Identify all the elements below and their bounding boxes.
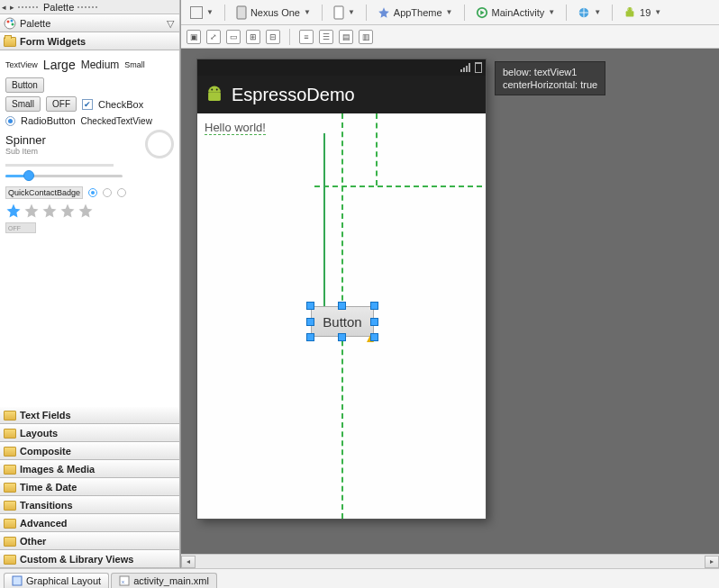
svg-point-11 xyxy=(631,8,632,9)
scroll-left-icon[interactable]: ◂ xyxy=(181,556,196,568)
progress-circle-icon[interactable] xyxy=(145,130,174,158)
cat-custom-library[interactable]: Custom & Library Views xyxy=(0,550,179,568)
widget-off-button[interactable]: OFF xyxy=(46,96,77,112)
cat-label: Other xyxy=(20,536,46,547)
svg-rect-12 xyxy=(208,92,221,101)
cat-label: Layouts xyxy=(20,428,58,439)
checkbox-label[interactable]: CheckBox xyxy=(98,99,143,110)
cat-images-media[interactable]: Images & Media xyxy=(0,460,179,478)
cat-other[interactable]: Other xyxy=(0,532,179,550)
cat-transitions[interactable]: Transitions xyxy=(0,496,179,514)
textview-tiny[interactable]: TextView xyxy=(5,60,38,69)
align-button[interactable]: ≡ xyxy=(299,30,314,44)
hello-textview[interactable]: Hello world! xyxy=(205,121,266,134)
spinner-row[interactable]: Spinner Sub Item xyxy=(5,130,174,158)
svg-text:x: x xyxy=(122,579,124,584)
locale-selector[interactable]: ▼ xyxy=(574,5,605,21)
zoom-actual-button[interactable]: ▭ xyxy=(226,30,241,44)
tab-label: activity_main.xml xyxy=(133,575,209,586)
spinner-sub: Sub Item xyxy=(5,147,46,156)
radio-icon[interactable] xyxy=(5,116,15,126)
svg-rect-4 xyxy=(237,6,246,19)
cat-advanced[interactable]: Advanced xyxy=(0,514,179,532)
chevron-down-icon: ▼ xyxy=(654,8,661,16)
quickcontactbadge[interactable]: QuickContactBadge xyxy=(5,186,83,199)
textview-large[interactable]: Large xyxy=(43,58,76,72)
collapse-right-icon[interactable]: ▸ xyxy=(10,3,14,12)
activity-name: MainActivity xyxy=(492,7,545,18)
seekbar-widget[interactable] xyxy=(5,168,123,183)
svg-point-1 xyxy=(7,21,10,23)
svg-point-13 xyxy=(211,89,213,91)
tab-graphical-layout[interactable]: Graphical Layout xyxy=(4,573,109,588)
arrange2-button[interactable]: ▥ xyxy=(359,30,373,44)
device-selector[interactable]: Nexus One ▼ xyxy=(232,4,314,22)
editor-tabs: Graphical Layout x activity_main.xml xyxy=(0,568,719,588)
progressbar-widget[interactable] xyxy=(5,164,114,167)
textview-small[interactable]: Small xyxy=(124,60,145,69)
folder-icon xyxy=(4,465,16,475)
folder-icon xyxy=(4,411,16,421)
widget-small-button[interactable]: Small xyxy=(5,96,41,112)
api-selector[interactable]: 19 ▼ xyxy=(620,5,665,21)
radio-dot[interactable] xyxy=(117,188,126,197)
device-frame[interactable]: EspressoDemo Hello world! Button xyxy=(197,59,486,519)
spinner-label: Spinner xyxy=(5,133,46,147)
arrange-button[interactable]: ▤ xyxy=(339,30,353,44)
widget-button[interactable]: Button xyxy=(5,77,44,93)
button-text: Button xyxy=(323,314,361,330)
render-config-button[interactable]: ▼ xyxy=(187,5,217,21)
guide-horizontal xyxy=(314,185,482,187)
toggle-viewport-button[interactable]: ▣ xyxy=(187,30,201,44)
checked-textview[interactable]: CheckedTextView xyxy=(81,116,152,126)
palette-header-label: Palette xyxy=(20,18,50,29)
horizontal-scrollbar[interactable]: ◂ ▸ xyxy=(181,554,719,568)
checkbox-icon[interactable]: ✔ xyxy=(82,99,93,110)
cat-layouts[interactable]: Layouts xyxy=(0,424,179,442)
cat-time-date[interactable]: Time & Date xyxy=(0,478,179,496)
folder-open-icon xyxy=(4,37,16,47)
switch-widget[interactable]: OFF xyxy=(5,222,36,233)
textview-row[interactable]: TextView Large Medium Small Button xyxy=(5,58,174,93)
canvas[interactable]: EspressoDemo Hello world! Button xyxy=(181,49,719,554)
collapse-left-icon[interactable]: ◂ xyxy=(2,3,6,12)
android-icon xyxy=(623,6,636,19)
tab-xml-source[interactable]: x activity_main.xml xyxy=(111,573,217,588)
folder-icon xyxy=(4,555,16,565)
status-bar xyxy=(197,59,486,76)
chevron-down-icon[interactable]: ▽ xyxy=(165,18,176,30)
selected-button-widget[interactable]: Button xyxy=(311,306,374,337)
theme-selector[interactable]: AppTheme ▼ xyxy=(374,5,457,21)
svg-rect-8 xyxy=(626,11,634,16)
distribute-button[interactable]: ☰ xyxy=(319,30,333,44)
xml-file-icon: x xyxy=(119,575,130,586)
zoom-in-button[interactable]: ⊞ xyxy=(246,30,260,44)
radio-dot[interactable] xyxy=(103,188,112,197)
android-icon xyxy=(205,85,224,104)
radio-dot-selected[interactable] xyxy=(88,188,97,197)
grip-lines-icon xyxy=(77,6,99,8)
orientation-selector[interactable]: ▼ xyxy=(330,4,359,22)
radio-label[interactable]: RadioButton xyxy=(21,115,76,126)
phone-icon xyxy=(236,5,247,20)
zoom-fit-button[interactable]: ⤢ xyxy=(206,30,221,44)
star-icon xyxy=(5,203,22,219)
activity-selector[interactable]: MainActivity ▼ xyxy=(472,5,560,21)
ratingbar-widget[interactable] xyxy=(5,203,174,219)
layout-content[interactable]: Hello world! Button xyxy=(197,113,486,519)
cat-form-widgets[interactable]: Form Widgets xyxy=(0,32,179,50)
svg-rect-5 xyxy=(334,6,343,19)
zoom-out-button[interactable]: ⊟ xyxy=(266,30,280,44)
tooltip-line2: centerHorizontal: true xyxy=(503,78,597,91)
cat-text-fields[interactable]: Text Fields xyxy=(0,406,179,424)
svg-point-2 xyxy=(11,20,14,23)
star-icon xyxy=(77,203,94,219)
cat-composite[interactable]: Composite xyxy=(0,442,179,460)
palette-header[interactable]: Palette ▽ xyxy=(0,14,179,32)
cat-label: Composite xyxy=(20,446,71,457)
palette-icon xyxy=(4,17,16,30)
palette-titlebar: ◂ ▸ Palette xyxy=(0,0,179,14)
textview-medium[interactable]: Medium xyxy=(81,59,120,71)
scroll-track[interactable] xyxy=(196,556,705,568)
scroll-right-icon[interactable]: ▸ xyxy=(705,556,719,568)
